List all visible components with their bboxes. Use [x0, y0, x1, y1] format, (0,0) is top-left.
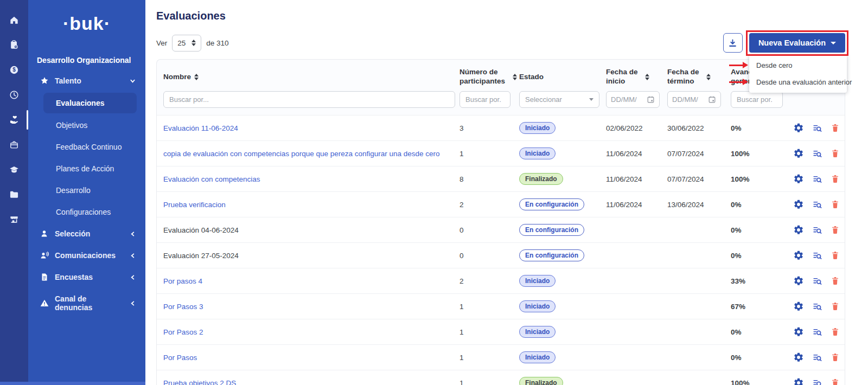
menu-item-desde-evaluacion-anterior[interactable]: Desde una evaluación anterior: [749, 74, 847, 91]
delete-trash-icon[interactable]: [831, 123, 840, 133]
settings-gear-icon[interactable]: [793, 123, 804, 133]
person-icon: [40, 229, 49, 238]
participants-count: 8: [459, 175, 519, 183]
sidebar-item-talento[interactable]: Talento: [28, 70, 145, 92]
time-icon[interactable]: [0, 82, 28, 107]
table-row: Evaluación 11-06-2024 3 Iniciado 02/06/2…: [157, 115, 845, 140]
delete-trash-icon[interactable]: [831, 174, 840, 184]
training-graduation-icon[interactable]: [0, 157, 28, 182]
progress-value: 0%: [731, 354, 793, 362]
row-actions: [793, 250, 840, 261]
sidebar-item-encuestas[interactable]: Encuestas: [28, 266, 145, 288]
evaluation-name-link[interactable]: Prueba objetivos 2 DS: [163, 379, 236, 385]
evaluation-name-link[interactable]: Por Pasos 2: [163, 328, 203, 336]
payments-icon[interactable]: $: [0, 57, 28, 82]
filter-nombre-input[interactable]: [163, 91, 455, 108]
sidebar-item-comunicaciones[interactable]: Comunicaciones: [28, 245, 145, 266]
evaluation-name-link[interactable]: copia de evaluación con competencias por…: [163, 150, 440, 158]
settings-gear-icon[interactable]: [793, 174, 804, 184]
sidebar-item-configuraciones[interactable]: Configuraciones: [28, 201, 145, 223]
review-list-search-icon[interactable]: [812, 225, 822, 235]
review-list-search-icon[interactable]: [812, 352, 822, 363]
progress-value: 0%: [731, 124, 793, 132]
talent-hand-heart-icon[interactable]: [0, 107, 28, 132]
participants-count: 1: [459, 150, 519, 158]
page-size-label: Ver: [156, 39, 167, 47]
documents-folder-icon[interactable]: [0, 182, 28, 207]
settings-gear-icon[interactable]: [793, 326, 804, 337]
review-list-search-icon[interactable]: [812, 123, 822, 133]
sidebar-item-canal-de-denuncias[interactable]: Canal de denuncias: [28, 288, 145, 318]
filter-estado-select[interactable]: Seleccionar: [519, 91, 599, 108]
sort-icon[interactable]: [706, 74, 711, 80]
table-row: Evaluación 27-05-2024 0 En configuración…: [157, 242, 845, 268]
row-actions: [793, 377, 840, 385]
settings-gear-icon[interactable]: [793, 148, 804, 159]
new-evaluation-button[interactable]: Nueva Evaluación: [749, 33, 845, 53]
table-row: Evaluación con competencias 8 Finalizado…: [157, 166, 845, 191]
delete-trash-icon[interactable]: [831, 200, 840, 209]
filter-avance-input[interactable]: [731, 91, 783, 108]
settings-gear-icon[interactable]: [793, 275, 804, 286]
menu-item-desde-cero[interactable]: Desde cero: [749, 57, 847, 74]
home-icon[interactable]: [0, 8, 28, 33]
filter-participantes-input[interactable]: [459, 91, 510, 108]
review-list-search-icon[interactable]: [812, 327, 822, 337]
sidebar-item-evaluaciones[interactable]: Evaluaciones: [43, 93, 137, 113]
delete-trash-icon[interactable]: [831, 276, 840, 286]
settings-gear-icon[interactable]: [793, 301, 804, 312]
filter-fecha-termino-input[interactable]: DD/MM/: [667, 91, 721, 108]
select-placeholder: Seleccionar: [525, 95, 562, 104]
evaluation-name-link[interactable]: Por pasos 4: [163, 277, 202, 285]
status-badge: Finalizado: [519, 377, 563, 385]
sidebar-item-label: Canal de denuncias: [55, 294, 124, 312]
evaluation-name-link[interactable]: Por Pasos 3: [163, 303, 203, 311]
marketplace-store-icon[interactable]: [0, 207, 28, 232]
delete-trash-icon[interactable]: [831, 301, 840, 311]
delete-trash-icon[interactable]: [831, 327, 840, 337]
filter-fecha-inicio-input[interactable]: DD/MM/: [606, 91, 660, 108]
sort-icon[interactable]: [513, 74, 517, 80]
benefits-box-icon[interactable]: [0, 132, 28, 157]
clipboard-tasks-icon[interactable]: [0, 33, 28, 57]
settings-gear-icon[interactable]: [793, 250, 804, 261]
sidebar-item-seleccion[interactable]: Selección: [28, 223, 145, 245]
review-list-search-icon[interactable]: [812, 251, 822, 261]
download-button[interactable]: [723, 33, 743, 53]
chevron-down-icon: [130, 78, 136, 84]
delete-trash-icon[interactable]: [831, 352, 840, 362]
delete-trash-icon[interactable]: [831, 251, 840, 260]
review-list-search-icon[interactable]: [812, 174, 822, 184]
settings-gear-icon[interactable]: [793, 377, 804, 385]
sidebar-item-objetivos[interactable]: Objetivos: [28, 114, 145, 136]
calendar-icon[interactable]: [647, 95, 655, 104]
sort-icon[interactable]: [645, 74, 649, 80]
row-actions: [793, 148, 840, 159]
review-list-search-icon[interactable]: [812, 200, 822, 210]
evaluation-name-link[interactable]: Prueba verificacion: [163, 201, 226, 209]
delete-trash-icon[interactable]: [831, 378, 840, 385]
end-date: 07/07/2024: [667, 175, 731, 183]
page-size-select[interactable]: 25: [172, 35, 201, 52]
status-badge: En configuración: [519, 224, 584, 236]
sidebar-item-planes-de-accion[interactable]: Planes de Acción: [28, 158, 145, 179]
evaluation-name-link[interactable]: Evaluación 11-06-2024: [163, 124, 238, 132]
settings-gear-icon[interactable]: [793, 352, 804, 363]
sort-icon[interactable]: [194, 74, 199, 80]
delete-trash-icon[interactable]: [831, 225, 840, 235]
row-actions: [793, 352, 840, 363]
sidebar-item-feedback-continuo[interactable]: Feedback Continuo: [28, 136, 145, 158]
sidebar-item-desarrollo[interactable]: Desarrollo: [28, 179, 145, 201]
settings-gear-icon[interactable]: [793, 199, 804, 210]
calendar-icon[interactable]: [708, 95, 716, 104]
review-list-search-icon[interactable]: [812, 378, 822, 385]
new-evaluation-wrapper: Nueva Evaluación Desde cero Desde una ev…: [749, 33, 845, 53]
review-list-search-icon[interactable]: [812, 149, 822, 159]
evaluation-name-link[interactable]: Por Pasos: [163, 354, 197, 362]
delete-trash-icon[interactable]: [831, 149, 840, 158]
review-list-search-icon[interactable]: [812, 276, 822, 286]
evaluation-name-link[interactable]: Evaluación con competencias: [163, 175, 260, 183]
download-icon: [728, 39, 737, 48]
settings-gear-icon[interactable]: [793, 224, 804, 235]
review-list-search-icon[interactable]: [812, 301, 822, 312]
